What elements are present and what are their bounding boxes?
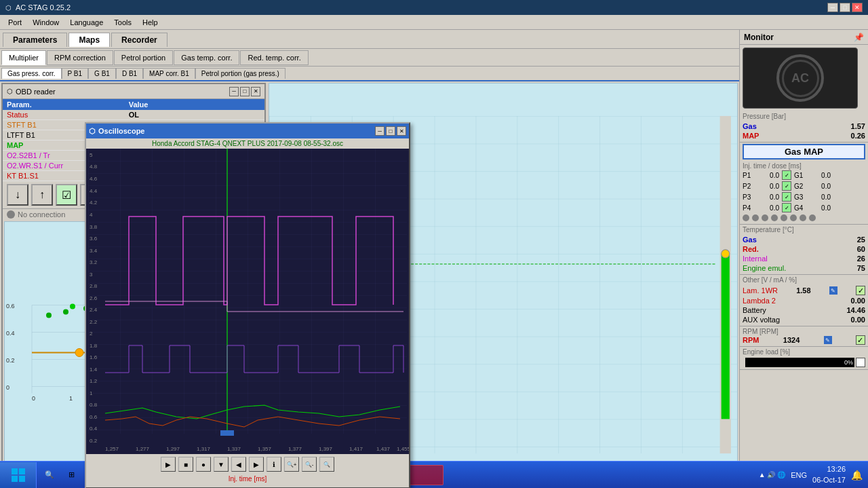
inj-g1-label: G1	[794, 172, 808, 179]
engine-load-bar: 0%	[745, 358, 854, 367]
close-button[interactable]: ✕	[852, 3, 863, 12]
obd-minimize-button[interactable]: ─	[229, 87, 239, 96]
obd-title: OBD reader	[16, 88, 56, 96]
inj-dot-1	[743, 214, 749, 221]
lam2-label: Lambda 2	[743, 297, 776, 305]
menu-window[interactable]: Window	[27, 17, 64, 28]
svg-point-23	[75, 349, 83, 357]
maptab-mapcorr[interactable]: MAP corr. B1	[143, 68, 195, 79]
obd-down-button[interactable]: ↓	[7, 184, 28, 206]
svg-text:3: 3	[90, 271, 93, 278]
menu-help[interactable]: Help	[137, 17, 163, 28]
svg-point-16	[46, 313, 52, 318]
svg-text:3.8: 3.8	[90, 224, 98, 230]
monitor-pin-icon[interactable]: 📌	[854, 33, 864, 42]
osc-zoom-out-button[interactable]: 🔍-	[302, 457, 317, 472]
osc-zoom-fit-button[interactable]: 🔍	[319, 457, 334, 472]
tab-maps[interactable]: Maps	[68, 33, 110, 47]
obd-col-param: Param.	[3, 99, 125, 110]
maptab-db1[interactable]: D B1	[116, 68, 143, 79]
svg-text:0.8: 0.8	[90, 402, 98, 408]
svg-text:1.6: 1.6	[90, 354, 98, 360]
osc-next-button[interactable]: ▶	[249, 457, 264, 472]
main-tab-bar: Parameters Maps Recorder	[0, 30, 739, 49]
svg-point-25	[70, 304, 75, 309]
maximize-button[interactable]: □	[840, 3, 850, 12]
inj-p1-check[interactable]: ✓	[782, 170, 791, 180]
osc-minimize-button[interactable]: ─	[375, 126, 384, 136]
obd-header: Param. Value	[3, 99, 264, 110]
osc-maximize-button[interactable]: □	[386, 126, 395, 136]
menu-tools[interactable]: Tools	[108, 17, 137, 28]
svg-text:1,337: 1,337	[227, 446, 241, 452]
subtab-petrol[interactable]: Petrol portion	[114, 50, 173, 65]
inj-status-dots	[743, 213, 865, 223]
taskbar-time: 13:26	[812, 464, 846, 474]
svg-text:2.8: 2.8	[90, 283, 98, 289]
obd-up-button[interactable]: ↑	[31, 184, 53, 206]
inj-dot-4	[771, 214, 778, 221]
obd-maximize-button[interactable]: □	[240, 87, 250, 96]
obd-check-button[interactable]: ☑	[56, 184, 77, 206]
start-button[interactable]	[0, 462, 37, 488]
logo-ring: AC	[776, 54, 824, 102]
inj-p2-check[interactable]: ✓	[782, 181, 791, 191]
connection-dot	[7, 210, 15, 219]
taskbar-taskview-icon[interactable]: ⊞	[61, 465, 81, 485]
maptab-gb1[interactable]: G B1	[88, 68, 116, 79]
inj-dot-7	[800, 214, 806, 221]
menu-port[interactable]: Port	[3, 17, 27, 28]
subtab-gastemp[interactable]: Gas temp. corr.	[174, 50, 239, 65]
menu-language[interactable]: Language	[64, 17, 108, 28]
minimize-button[interactable]: ─	[827, 3, 838, 12]
map-pressure-row: MAP 0.26	[743, 131, 865, 140]
maptab-gaspress[interactable]: Gas press. corr.	[1, 68, 62, 79]
subtab-rpm[interactable]: RPM correction	[47, 50, 113, 65]
obd-close-button[interactable]: ✕	[251, 87, 260, 96]
svg-text:1: 1	[69, 395, 73, 402]
engine-load-check[interactable]	[856, 358, 865, 367]
osc-record-button[interactable]: ●	[196, 457, 211, 472]
osc-trigger-button[interactable]: ▼	[214, 457, 229, 472]
inj-p1-label: P1	[743, 172, 756, 179]
aux-row: AUX voltag 0.00	[743, 315, 865, 324]
temperature-section: Temperature [°C] Gas 25 Red. 60 Internal…	[740, 225, 868, 275]
inj-p1-value: 0.0	[759, 172, 779, 179]
monitor-title-text: Monitor	[744, 33, 774, 42]
osc-play-button[interactable]: ▶	[161, 457, 176, 472]
rpm-check[interactable]: ✓	[856, 335, 865, 345]
maptab-petrolportion[interactable]: Petrol portion (gas press.)	[195, 68, 285, 79]
osc-title-bar: ⬡ Oscilloscope ─ □ ✕	[86, 124, 409, 138]
svg-text:1,417: 1,417	[349, 446, 363, 452]
tab-parameters[interactable]: Parameters	[3, 33, 67, 47]
svg-rect-29	[722, 254, 730, 419]
injector-title: Inj. time / dose [ms]	[743, 162, 865, 170]
subtab-redtemp[interactable]: Red. temp. corr.	[240, 50, 308, 65]
subtab-multiplier[interactable]: Multiplier	[1, 50, 46, 65]
svg-text:0: 0	[32, 395, 35, 402]
svg-rect-86	[19, 476, 25, 482]
svg-rect-83	[12, 468, 18, 474]
svg-rect-84	[19, 468, 25, 474]
svg-text:2.2: 2.2	[90, 319, 98, 325]
taskbar-tray-icons: ▲ 🔊 🌐	[759, 471, 785, 478]
maptab-pb1[interactable]: P B1	[62, 68, 89, 79]
lam1wr-check[interactable]: ✓	[856, 286, 865, 295]
tab-recorder[interactable]: Recorder	[111, 33, 167, 47]
taskbar-search-icon[interactable]: 🔍	[39, 465, 60, 485]
inj-p4-check[interactable]: ✓	[782, 203, 791, 212]
rpm-edit-icon[interactable]: ✎	[824, 336, 832, 344]
rpm-section: RPM [RPM] RPM 1324 ✎ ✓	[740, 326, 868, 347]
osc-zoom-in-button[interactable]: 🔍+	[284, 457, 299, 472]
inj-p3-check[interactable]: ✓	[782, 192, 791, 202]
gas-pressure-value: 1.57	[851, 122, 865, 130]
temp-internal-label: Internal	[743, 255, 768, 263]
svg-text:1,397: 1,397	[319, 446, 333, 452]
taskbar-notifications-icon[interactable]: 🔔	[851, 470, 863, 481]
osc-close-button[interactable]: ✕	[397, 126, 406, 136]
osc-info-button[interactable]: ℹ	[267, 457, 281, 472]
svg-text:0.2: 0.2	[6, 357, 15, 364]
lam1wr-edit-icon[interactable]: ✎	[829, 286, 837, 295]
osc-prev-button[interactable]: ◀	[231, 457, 246, 472]
osc-stop-button[interactable]: ■	[178, 457, 193, 472]
